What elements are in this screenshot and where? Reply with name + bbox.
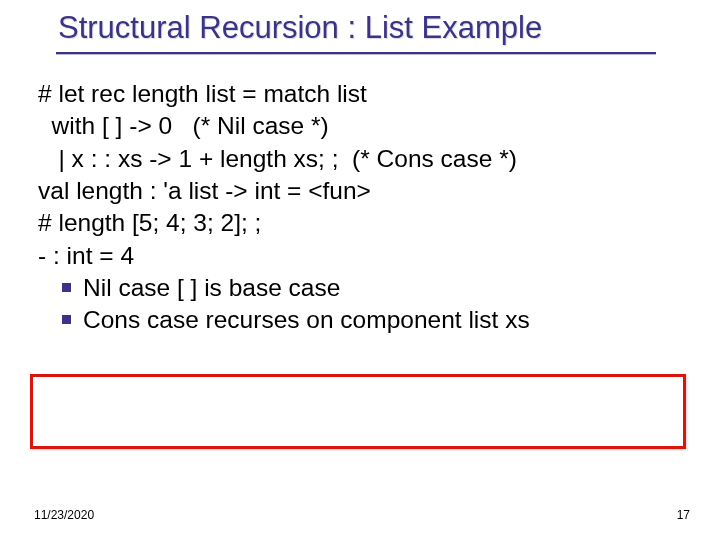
slide-body: # let rec length list = match list with … <box>0 54 720 337</box>
slide-footer: 11/23/2020 17 <box>34 508 690 522</box>
code-line-3: | x : : xs -> 1 + length xs; ; (* Cons c… <box>38 143 690 175</box>
code-line-4: val length : 'a list -> int = <fun> <box>38 175 690 207</box>
bullet-list: Nil case [ ] is base case Cons case recu… <box>38 272 690 337</box>
page-title: Structural Recursion : List Example <box>58 10 720 46</box>
bullet-square-icon <box>62 315 71 324</box>
bullet-nil-case: Nil case [ ] is base case <box>38 272 690 304</box>
title-area: Structural Recursion : List Example <box>0 0 720 46</box>
code-line-2: with [ ] -> 0 (* Nil case *) <box>38 110 690 142</box>
code-line-6: - : int = 4 <box>38 240 690 272</box>
footer-date: 11/23/2020 <box>34 508 94 522</box>
footer-page-number: 17 <box>677 508 690 522</box>
slide: Structural Recursion : List Example # le… <box>0 0 720 540</box>
bullet-cons-case: Cons case recurses on component list xs <box>38 304 690 336</box>
code-line-5: # length [5; 4; 3; 2]; ; <box>38 207 690 239</box>
bullet-text: Nil case [ ] is base case <box>83 274 340 301</box>
highlight-box <box>30 374 686 449</box>
code-line-1: # let rec length list = match list <box>38 78 690 110</box>
bullet-text: Cons case recurses on component list xs <box>83 306 530 333</box>
bullet-square-icon <box>62 283 71 292</box>
